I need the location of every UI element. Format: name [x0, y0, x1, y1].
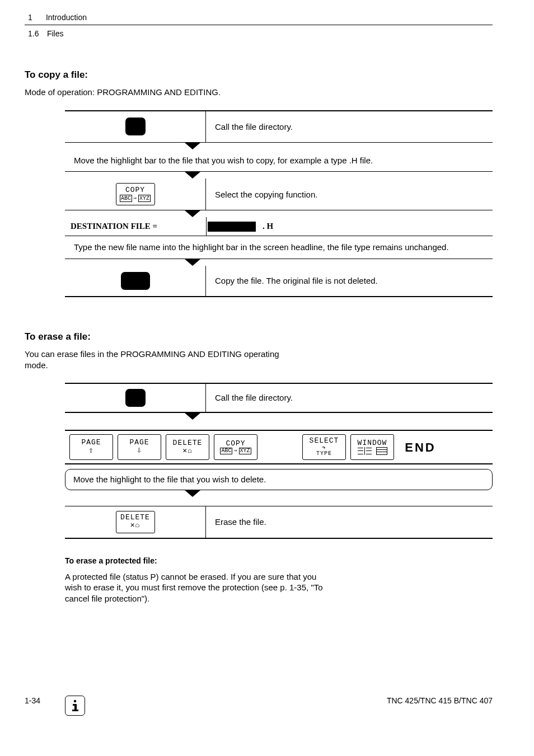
protected-title: To erase a protected file:	[65, 556, 493, 566]
copy-mode-text: Mode of operation: PROGRAMMING AND EDITI…	[25, 87, 305, 98]
footer-model: TNC 425/TNC 415 B/TNC 407	[387, 696, 493, 706]
softkey-label-2: TYPE	[316, 451, 332, 457]
step-key-cell: DELETE ✕⌂	[65, 506, 206, 538]
delete-softkey[interactable]: DELETE ✕⌂	[166, 434, 209, 460]
softkey-label: END	[405, 441, 435, 454]
copy-step-4-text: Type the new file name into the highligh…	[65, 236, 493, 259]
erase-steps-2: DELETE ✕⌂ Erase the file.	[65, 506, 493, 539]
step-key-cell	[65, 266, 206, 296]
step-key-cell	[65, 111, 206, 142]
copy-step-1: Call the file directory.	[65, 111, 493, 143]
info-icon	[65, 696, 85, 716]
erase-step-3: DELETE ✕⌂ Erase the file.	[65, 506, 493, 539]
softkey-bar: PAGE ⇧ PAGE ⇩ DELETE ✕⌂ COPY ABC⇒XYZ SEL…	[65, 430, 493, 464]
softkey-label: PAGE	[81, 439, 101, 447]
softkey-label: COPY	[226, 440, 245, 448]
step-text: Call the file directory.	[206, 384, 493, 412]
arrow-icon	[65, 210, 493, 217]
arrow-down-icon: ⇩	[137, 447, 142, 456]
copy-abcxyz-icon: ABC⇒XYZ	[120, 195, 151, 202]
step-text: Move the highlight bar to the file that …	[65, 149, 493, 172]
step-text: Erase the file.	[206, 506, 493, 538]
page-up-softkey[interactable]: PAGE ⇧	[69, 434, 113, 460]
arrow-icon	[65, 490, 493, 497]
window-softkey[interactable]: WINDOW	[350, 434, 394, 460]
destination-ext: . H	[257, 221, 273, 232]
step-text: Call the file directory.	[206, 111, 493, 142]
destination-input[interactable]	[208, 222, 256, 232]
copy-step-4-prompt: DESTINATION FILE = . H	[65, 217, 493, 236]
erase-steps-1: Call the file directory.	[65, 383, 493, 413]
softkey-label: DELETE	[173, 439, 203, 447]
erase-step-1: Call the file directory.	[65, 384, 493, 413]
section-number: 1.6	[28, 29, 45, 39]
softkey-label: COPY	[125, 186, 145, 194]
page-footer: 1-34 TNC 425/TNC 415 B/TNC 407	[25, 696, 493, 706]
protected-text: A protected file (status P) cannot be er…	[65, 571, 334, 604]
chapter-number: 1	[28, 12, 44, 22]
step-text: Copy the file. The original file is not …	[206, 266, 493, 296]
pgm-mgt-key-icon[interactable]	[125, 118, 146, 135]
copy-step-2: Move the highlight bar to the file that …	[65, 149, 493, 172]
chapter-title: Introduction	[46, 13, 87, 22]
softkey-label: DELETE	[120, 514, 150, 522]
copy-title: To copy a file:	[25, 69, 493, 81]
page-down-softkey[interactable]: PAGE ⇩	[118, 434, 161, 460]
delete-softkey[interactable]: DELETE ✕⌂	[116, 511, 155, 533]
copy-steps: Call the file directory. Move the highli…	[65, 110, 493, 297]
execute-key-icon[interactable]	[121, 272, 150, 290]
destination-label: DESTINATION FILE =	[65, 221, 157, 232]
svg-rect-3	[72, 710, 78, 711]
page-number: 1-34	[25, 696, 40, 706]
header-rule	[25, 25, 493, 25]
header-chapter: 1 Introduction	[28, 12, 493, 25]
window-icon	[358, 447, 387, 455]
arrow-icon	[65, 259, 493, 266]
softkey-label: SELECT	[310, 437, 339, 445]
step-key-cell: COPY ABC⇒XYZ	[65, 179, 206, 210]
step-text: Select the copying function.	[206, 179, 493, 210]
softkey-label: PAGE	[129, 439, 149, 447]
arrow-icon	[65, 413, 493, 420]
select-type-softkey[interactable]: SELECT ↷ TYPE	[302, 434, 346, 460]
softkey-label: WINDOW	[358, 439, 387, 447]
trash-icon: ✕⌂	[130, 522, 140, 529]
end-softkey[interactable]: END	[399, 434, 442, 460]
pgm-mgt-key-icon[interactable]	[125, 389, 146, 407]
copy-softkey[interactable]: COPY ABC⇒XYZ	[116, 183, 155, 205]
section-title: Files	[47, 29, 64, 38]
svg-point-0	[74, 700, 76, 702]
step-text: Type the new file name into the highligh…	[65, 236, 493, 259]
erase-intro: You can erase files in the PROGRAMMING A…	[25, 349, 305, 370]
copy-softkey[interactable]: COPY ABC⇒XYZ	[214, 434, 257, 460]
step-key-cell	[65, 384, 206, 412]
copy-step-3: COPY ABC⇒XYZ Select the copying function…	[65, 179, 493, 210]
copy-step-5: Copy the file. The original file is not …	[65, 266, 493, 297]
erase-step-2: Move the highlight to the file that you …	[65, 469, 493, 490]
arrow-up-icon: ⇧	[88, 447, 94, 456]
header-section: 1.6 Files	[28, 29, 493, 41]
erase-title: To erase a file:	[25, 331, 493, 343]
copy-abcxyz-icon: ABC⇒XYZ	[220, 448, 251, 455]
arrow-icon	[65, 172, 493, 179]
arrow-icon	[65, 143, 493, 149]
trash-icon: ✕⌂	[182, 447, 193, 455]
